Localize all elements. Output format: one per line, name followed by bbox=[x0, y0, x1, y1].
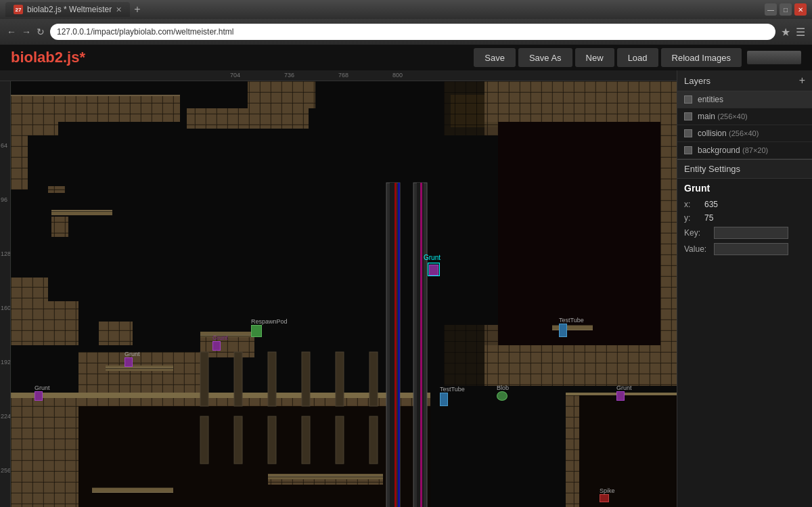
canvas-area[interactable]: 704 736 768 800 64 96 128 160 192 224 25… bbox=[0, 70, 677, 507]
layer-name-main: main (256×40) bbox=[698, 112, 748, 121]
entity-key-field: Key: bbox=[677, 225, 812, 241]
layers-header: Layers + bbox=[677, 70, 812, 91]
layers-title: Layers bbox=[684, 76, 710, 86]
svg-rect-35 bbox=[484, 345, 660, 386]
svg-rect-17 bbox=[11, 122, 58, 135]
svg-rect-69 bbox=[336, 416, 344, 464]
svg-rect-44 bbox=[579, 395, 677, 507]
menu-button[interactable]: ☰ bbox=[796, 26, 805, 39]
svg-rect-11 bbox=[11, 95, 180, 122]
app-title: biolab2.js* bbox=[11, 49, 85, 66]
layer-checkbox-entities[interactable] bbox=[684, 95, 692, 104]
back-button[interactable]: ← bbox=[7, 26, 16, 37]
entity-x-value: 635 bbox=[704, 200, 718, 209]
layer-item-entities[interactable]: entities bbox=[677, 91, 812, 108]
layer-item-collision[interactable]: collision (256×40) bbox=[677, 125, 812, 142]
svg-rect-63 bbox=[336, 352, 344, 406]
ruler-vtick-256: 256 bbox=[1, 467, 11, 474]
vertical-ruler: 64 96 128 160 192 224 256 288 bbox=[0, 81, 11, 507]
tab-favicon: 27 bbox=[14, 5, 23, 14]
svg-rect-23 bbox=[11, 301, 78, 345]
entity-x-prop: x: 635 bbox=[677, 198, 812, 211]
entity-y-prop: y: 75 bbox=[677, 211, 812, 225]
reload-images-button[interactable]: Reload Images bbox=[661, 48, 742, 67]
entity-settings-title: Entity Settings bbox=[684, 164, 740, 174]
bookmark-button[interactable]: ★ bbox=[781, 26, 790, 39]
entity-grunt-2[interactable]: Grunt bbox=[125, 351, 140, 367]
svg-rect-24 bbox=[99, 322, 133, 345]
layer-checkbox-background[interactable] bbox=[684, 146, 692, 154]
minimize-button[interactable]: — bbox=[765, 3, 777, 16]
entity-x-label: x: bbox=[684, 200, 704, 209]
save-as-button[interactable]: Save As bbox=[518, 48, 572, 67]
entity-respawnpod-1[interactable]: RespawnPod bbox=[251, 318, 288, 337]
new-button[interactable]: New bbox=[575, 48, 614, 67]
svg-rect-67 bbox=[268, 416, 276, 464]
svg-rect-12 bbox=[11, 95, 180, 96]
window-controls: — □ ✕ bbox=[765, 3, 807, 16]
layer-item-main[interactable]: main (256×40) bbox=[677, 108, 812, 125]
selected-entity-name: Grunt bbox=[677, 179, 812, 198]
entity-blob[interactable]: Blob bbox=[497, 384, 509, 401]
svg-rect-39 bbox=[92, 487, 173, 493]
layer-checkbox-collision[interactable] bbox=[684, 129, 692, 137]
svg-rect-61 bbox=[268, 352, 276, 406]
entity-spike[interactable]: Spike bbox=[600, 487, 615, 502]
maximize-button[interactable]: □ bbox=[780, 3, 792, 16]
horizontal-ruler: 704 736 768 800 bbox=[0, 70, 677, 81]
svg-rect-66 bbox=[234, 416, 242, 464]
entity-grunt-4[interactable]: Grunt bbox=[616, 384, 632, 401]
svg-rect-33 bbox=[498, 122, 674, 345]
entity-y-value: 75 bbox=[704, 213, 713, 223]
key-input[interactable] bbox=[714, 227, 788, 239]
entity-grunt-3[interactable]: Grunt bbox=[35, 384, 50, 401]
svg-rect-41 bbox=[268, 479, 383, 485]
svg-rect-20 bbox=[51, 210, 112, 215]
svg-rect-13 bbox=[187, 108, 309, 129]
svg-rect-64 bbox=[369, 352, 378, 406]
value-label: Value: bbox=[684, 244, 711, 254]
svg-rect-31 bbox=[444, 135, 498, 325]
load-button[interactable]: Load bbox=[617, 48, 658, 67]
main-area: 704 736 768 800 64 96 128 160 192 224 25… bbox=[0, 70, 812, 507]
layer-checkbox-main[interactable] bbox=[684, 112, 692, 120]
tab-title: biolab2.js * Weltmeister bbox=[27, 5, 112, 14]
reload-button[interactable]: ↻ bbox=[37, 26, 45, 37]
svg-rect-22 bbox=[11, 278, 48, 301]
ruler-vtick-128: 128 bbox=[1, 250, 11, 257]
right-panel: Layers + entities main (256×40) collisio… bbox=[677, 70, 812, 507]
new-tab-button[interactable]: + bbox=[134, 3, 140, 16]
key-label: Key: bbox=[684, 228, 711, 238]
svg-rect-40 bbox=[268, 474, 383, 479]
svg-rect-59 bbox=[200, 352, 208, 406]
game-scene[interactable]: Grunt Grunt Grunt Grunt Grunt bbox=[11, 81, 677, 507]
scroll-indicator bbox=[747, 51, 801, 64]
tab-close-button[interactable]: ✕ bbox=[116, 5, 122, 14]
ruler-tick-800: 800 bbox=[392, 72, 403, 79]
address-bar[interactable]: 127.0.0.1/impact/playbiolab.com/weltmeis… bbox=[50, 24, 775, 40]
add-layer-button[interactable]: + bbox=[799, 74, 805, 87]
entity-grunt-1[interactable]: Grunt bbox=[212, 334, 228, 351]
close-button[interactable]: ✕ bbox=[794, 3, 807, 16]
entity-testtube-1[interactable]: TestTube bbox=[559, 317, 584, 337]
browser-addressbar: ← → ↻ 127.0.0.1/impact/playbiolab.com/we… bbox=[0, 19, 812, 45]
url-text: 127.0.0.1/impact/playbiolab.com/weltmeis… bbox=[57, 27, 233, 37]
ruler-vtick-224: 224 bbox=[1, 413, 11, 420]
svg-rect-65 bbox=[200, 416, 208, 464]
svg-rect-51 bbox=[398, 183, 400, 507]
svg-rect-19 bbox=[48, 186, 65, 193]
svg-rect-32 bbox=[484, 81, 677, 122]
layer-item-background[interactable]: background (87×20) bbox=[677, 142, 812, 159]
svg-rect-18 bbox=[11, 135, 28, 190]
entity-testtube-2[interactable]: TestTube bbox=[440, 386, 465, 406]
svg-rect-70 bbox=[369, 416, 378, 464]
browser-tab[interactable]: 27 biolab2.js * Weltmeister ✕ bbox=[5, 2, 130, 17]
svg-rect-68 bbox=[302, 416, 310, 464]
save-button[interactable]: Save bbox=[474, 48, 516, 67]
browser-titlebar: 27 biolab2.js * Weltmeister ✕ + — □ ✕ bbox=[0, 0, 812, 19]
layer-name-collision: collision (256×40) bbox=[698, 129, 759, 138]
svg-rect-60 bbox=[234, 352, 242, 406]
forward-button[interactable]: → bbox=[22, 26, 31, 37]
layer-name-entities: entities bbox=[698, 95, 723, 104]
value-input[interactable] bbox=[714, 243, 788, 255]
